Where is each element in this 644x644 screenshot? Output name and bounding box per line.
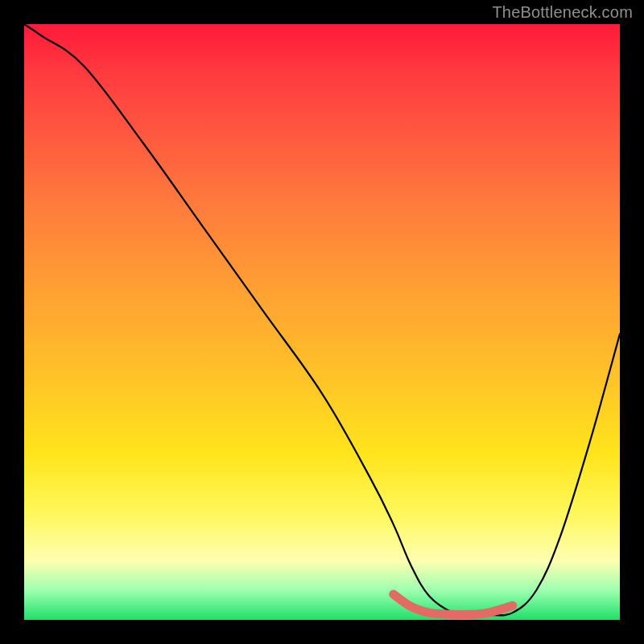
bottleneck-curve (24, 24, 620, 615)
bottleneck-highlight (394, 594, 513, 614)
chart-svg (24, 24, 620, 620)
plot-area (24, 24, 620, 620)
watermark-text: TheBottleneck.com (492, 3, 633, 22)
chart-frame: TheBottleneck.com (0, 0, 644, 644)
